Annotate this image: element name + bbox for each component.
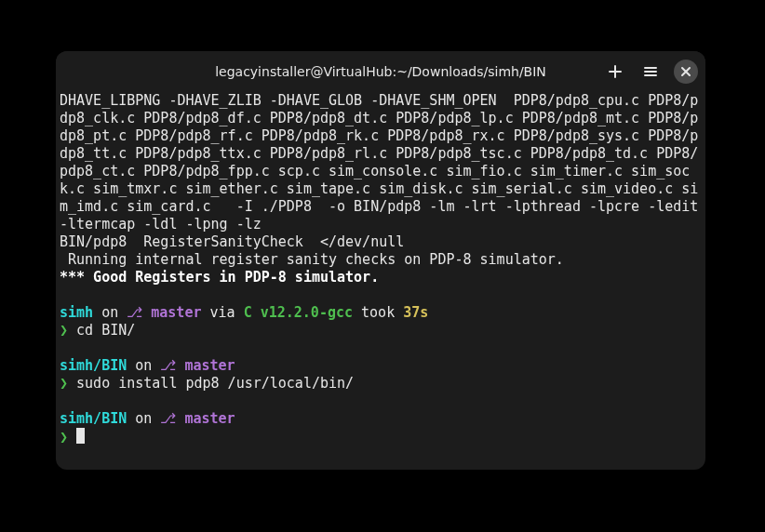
prompt1-took: took: [353, 304, 403, 321]
cursor: [76, 428, 85, 444]
compile-output: DHAVE_LIBPNG -DHAVE_ZLIB -DHAVE_GLOB -DH…: [60, 92, 705, 233]
terminal-window: legacyinstaller@VirtualHub:~/Downloads/s…: [56, 51, 705, 470]
prompt3-on: on: [127, 410, 160, 427]
prompt3-branch: master: [184, 410, 235, 427]
prompt2-on: on: [127, 357, 160, 374]
prompt2-command: sudo install pdp8 /usr/local/bin/: [76, 375, 354, 392]
prompt2-symbol: ❯: [60, 375, 76, 392]
sanity-line-2: Running internal register sanity checks …: [60, 251, 564, 268]
prompt3-symbol: ❯: [60, 429, 76, 446]
prompt2-dir: simh/BIN: [60, 357, 127, 374]
prompt1-on: on: [93, 304, 127, 321]
menu-button[interactable]: [638, 60, 663, 84]
prompt1-lang: C v12.2.0-gcc: [244, 304, 353, 321]
prompt1-dir: simh: [60, 304, 93, 321]
git-branch-icon: ⎇: [160, 410, 184, 427]
git-branch-icon: ⎇: [127, 304, 151, 321]
titlebar: legacyinstaller@VirtualHub:~/Downloads/s…: [56, 51, 705, 92]
sanity-line-3: *** Good Registers in PDP-8 simulator.: [60, 269, 379, 286]
prompt1-time: 37s: [403, 304, 428, 321]
prompt1-symbol: ❯: [60, 322, 76, 339]
git-branch-icon: ⎇: [160, 357, 184, 374]
close-button[interactable]: [674, 60, 698, 84]
new-tab-button[interactable]: [603, 60, 627, 84]
prompt1-via: via: [201, 304, 243, 321]
prompt1-branch: master: [151, 304, 201, 321]
prompt3-dir: simh/BIN: [60, 410, 127, 427]
window-controls: [603, 51, 698, 92]
sanity-line-1: BIN/pdp8 RegisterSanityCheck </dev/null: [60, 233, 404, 250]
prompt1-command: cd BIN/: [76, 322, 135, 339]
prompt2-branch: master: [184, 357, 235, 374]
terminal-viewport[interactable]: DHAVE_LIBPNG -DHAVE_ZLIB -DHAVE_GLOB -DH…: [56, 92, 705, 470]
